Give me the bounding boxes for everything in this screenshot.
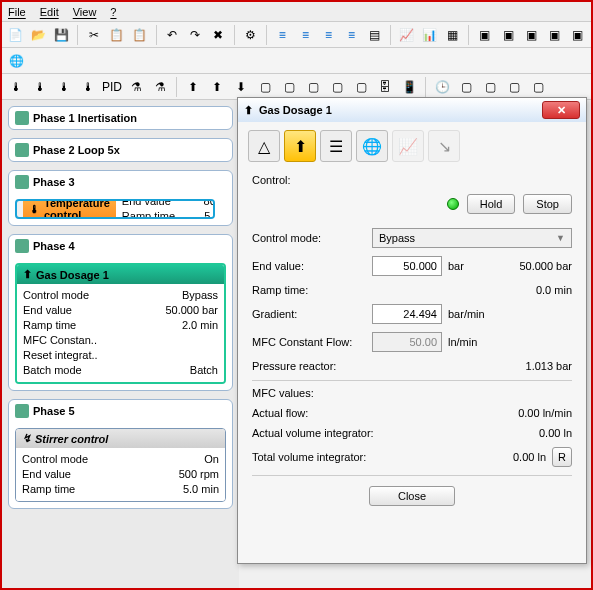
grid-icon[interactable]: ▦ bbox=[443, 25, 462, 45]
stirrer-control-block[interactable]: ↯Stirrer control Control modeOn End valu… bbox=[15, 428, 226, 502]
phase-title: Phase 1 Inertisation bbox=[33, 112, 137, 124]
dialog-toolbar: △ ⬆ ☰ 🌐 📈 ↘ bbox=[238, 122, 586, 170]
new-icon[interactable]: 📄 bbox=[6, 25, 25, 45]
menu-file[interactable]: File bbox=[8, 6, 26, 18]
stop-button[interactable]: Stop bbox=[523, 194, 572, 214]
close-button[interactable]: Close bbox=[369, 486, 455, 506]
label: Batch mode bbox=[23, 363, 103, 378]
dialog-titlebar[interactable]: ⬆ Gas Dosage 1 ✕ bbox=[238, 98, 586, 122]
menu-edit[interactable]: Edit bbox=[40, 6, 59, 18]
list-icon[interactable]: ☰ bbox=[320, 130, 352, 162]
tool-d-icon[interactable]: ▣ bbox=[545, 25, 564, 45]
trend-icon[interactable]: ↘ bbox=[428, 130, 460, 162]
dev-2-icon[interactable]: 🌡 bbox=[30, 77, 50, 97]
save-icon[interactable]: 💾 bbox=[52, 25, 71, 45]
hold-button[interactable]: Hold bbox=[467, 194, 516, 214]
dev-5-icon[interactable]: ⚗ bbox=[126, 77, 146, 97]
dev-6-icon[interactable]: ⚗ bbox=[150, 77, 170, 97]
phase-4[interactable]: Phase 4 ⬆Gas Dosage 1 Control modeBypass… bbox=[8, 234, 233, 391]
settings-icon[interactable]: ⚙ bbox=[241, 25, 260, 45]
dev-20-icon[interactable]: ▢ bbox=[528, 77, 548, 97]
redo-icon[interactable]: ↷ bbox=[186, 25, 205, 45]
dev-18-icon[interactable]: ▢ bbox=[480, 77, 500, 97]
open-icon[interactable]: 📂 bbox=[29, 25, 48, 45]
dev-pid-icon[interactable]: PID bbox=[102, 77, 122, 97]
dialog-close-button[interactable]: ✕ bbox=[542, 101, 580, 119]
phase-1[interactable]: Phase 1 Inertisation bbox=[8, 106, 233, 130]
copy-icon[interactable]: 📋 bbox=[107, 25, 126, 45]
warn-icon[interactable]: △ bbox=[248, 130, 280, 162]
block-title: Gas Dosage 1 bbox=[36, 269, 109, 281]
dev-8-icon[interactable]: ⬆ bbox=[207, 77, 227, 97]
dev-3-icon[interactable]: 🌡 bbox=[54, 77, 74, 97]
align4-icon[interactable]: ≡ bbox=[342, 25, 361, 45]
dev-16-icon[interactable]: 📱 bbox=[399, 77, 419, 97]
label: Control mode bbox=[22, 452, 102, 467]
menu-help[interactable]: ? bbox=[110, 6, 116, 18]
chart-icon[interactable]: 📈 bbox=[397, 25, 416, 45]
menu-view[interactable]: View bbox=[73, 6, 97, 18]
dev-7-icon[interactable]: ⬆ bbox=[183, 77, 203, 97]
control-mode-select[interactable]: Bypass▼ bbox=[372, 228, 572, 248]
dev-10-icon[interactable]: ▢ bbox=[255, 77, 275, 97]
align3-icon[interactable]: ≡ bbox=[319, 25, 338, 45]
align2-icon[interactable]: ≡ bbox=[296, 25, 315, 45]
gas-dosage-block[interactable]: ⬆Gas Dosage 1 Control modeBypass End val… bbox=[15, 263, 226, 384]
dev-13-icon[interactable]: ▢ bbox=[327, 77, 347, 97]
temperature-control-block[interactable]: 🌡Temperature control Control modeReactor… bbox=[15, 199, 215, 219]
phase-icon bbox=[15, 111, 29, 125]
dev-4-icon[interactable]: 🌡 bbox=[78, 77, 98, 97]
ramp-time-label: Ramp time: bbox=[252, 284, 372, 296]
status-led-icon bbox=[447, 198, 459, 210]
stirrer-icon: ↯ bbox=[22, 432, 31, 445]
total-volume-label: Total volume integrator: bbox=[252, 451, 412, 463]
tool-c-icon[interactable]: ▣ bbox=[522, 25, 541, 45]
plot-icon[interactable]: 📊 bbox=[420, 25, 439, 45]
dev-9-icon[interactable]: ⬇ bbox=[231, 77, 251, 97]
align-icon[interactable]: ≡ bbox=[273, 25, 292, 45]
ramp-time-readout: 0.0 min bbox=[536, 284, 572, 296]
gradient-input[interactable]: 24.494 bbox=[372, 304, 442, 324]
value: 5.0 min bbox=[204, 209, 215, 219]
clock-icon[interactable]: 🕒 bbox=[432, 77, 452, 97]
reset-integrator-button[interactable]: R bbox=[552, 447, 572, 467]
list-icon[interactable]: ▤ bbox=[365, 25, 384, 45]
runmode-icon[interactable]: ⬆ bbox=[284, 130, 316, 162]
cut-icon[interactable]: ✂ bbox=[84, 25, 103, 45]
value: 50.000 bar bbox=[165, 303, 218, 318]
globe-icon[interactable]: 🌐 bbox=[356, 130, 388, 162]
tool-e-icon[interactable]: ▣ bbox=[568, 25, 587, 45]
end-value-readout: 50.000 bar bbox=[519, 260, 572, 272]
phase-5[interactable]: Phase 5 ↯Stirrer control Control modeOn … bbox=[8, 399, 233, 509]
toolbar-2: 🌐 bbox=[2, 48, 591, 74]
close-icon[interactable]: ✖ bbox=[209, 25, 228, 45]
phase-2[interactable]: Phase 2 Loop 5x bbox=[8, 138, 233, 162]
tool-b-icon[interactable]: ▣ bbox=[499, 25, 518, 45]
chevron-down-icon: ▼ bbox=[556, 233, 565, 243]
tool-a-icon[interactable]: ▣ bbox=[475, 25, 494, 45]
end-value-input[interactable]: 50.000 bbox=[372, 256, 442, 276]
dev-15-icon[interactable]: 🗄 bbox=[375, 77, 395, 97]
dev-1-icon[interactable]: 🌡 bbox=[6, 77, 26, 97]
dialog-title: Gas Dosage 1 bbox=[259, 104, 332, 116]
dev-14-icon[interactable]: ▢ bbox=[351, 77, 371, 97]
gas-dosage-dialog: ⬆ Gas Dosage 1 ✕ △ ⬆ ☰ 🌐 📈 ↘ Control: Ho… bbox=[237, 97, 587, 564]
undo-icon[interactable]: ↶ bbox=[162, 25, 181, 45]
phase-icon bbox=[15, 143, 29, 157]
dev-17-icon[interactable]: ▢ bbox=[456, 77, 476, 97]
chart2-icon[interactable]: 📈 bbox=[392, 130, 424, 162]
dev-12-icon[interactable]: ▢ bbox=[303, 77, 323, 97]
gas-icon: ⬆ bbox=[244, 104, 253, 117]
value: On bbox=[204, 452, 219, 467]
paste-icon[interactable]: 📋 bbox=[130, 25, 149, 45]
phase-3[interactable]: Phase 3 🌡Temperature control Control mod… bbox=[8, 170, 233, 226]
value: 5.0 min bbox=[183, 482, 219, 497]
dev-11-icon[interactable]: ▢ bbox=[279, 77, 299, 97]
phase-icon bbox=[15, 239, 29, 253]
actual-flow-label: Actual flow: bbox=[252, 407, 412, 419]
world-icon[interactable]: 🌐 bbox=[6, 51, 26, 71]
mfc-values-header: MFC values: bbox=[252, 380, 572, 399]
unit: bar/min bbox=[448, 308, 494, 320]
dev-19-icon[interactable]: ▢ bbox=[504, 77, 524, 97]
phase-title: Phase 3 bbox=[33, 176, 75, 188]
